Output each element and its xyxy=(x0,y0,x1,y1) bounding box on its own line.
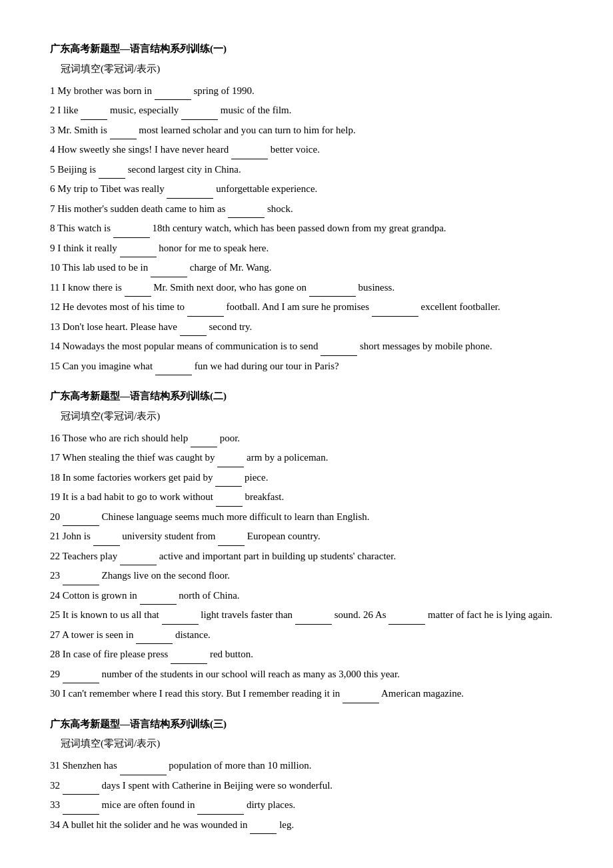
section-3: 广东高考新题型—语言结构系列训练(三) 冠词填空(零冠词/表示) 31 Shen… xyxy=(50,715,563,835)
blank-32 xyxy=(63,784,99,795)
section-1-subtitle: 冠词填空(零冠词/表示) xyxy=(61,60,563,79)
blank-23 xyxy=(63,574,99,585)
item-5: 5 Beijing is second largest city in Chin… xyxy=(50,160,563,179)
page-container: 广东高考新题型—语言结构系列训练(一) 冠词填空(零冠词/表示) 1 My br… xyxy=(50,40,563,834)
blank-33b xyxy=(197,803,244,815)
item-10: 10 This lab used to be in charge of Mr. … xyxy=(50,258,563,277)
blank-5 xyxy=(99,168,125,179)
section-2: 广东高考新题型—语言结构系列训练(二) 冠词填空(零冠词/表示) 16 Thos… xyxy=(50,387,563,703)
item-23: 23 Zhangs live on the second floor. xyxy=(50,566,563,585)
blank-14 xyxy=(320,345,357,356)
blank-12a xyxy=(187,305,224,317)
blank-19 xyxy=(216,495,243,507)
blank-34 xyxy=(250,823,277,835)
section-1: 广东高考新题型—语言结构系列训练(一) 冠词填空(零冠词/表示) 1 My br… xyxy=(50,40,563,375)
blank-16 xyxy=(191,437,217,448)
blank-4 xyxy=(231,148,268,159)
blank-2b xyxy=(181,109,218,120)
blank-13 xyxy=(180,325,207,337)
section-3-subtitle: 冠词填空(零冠词/表示) xyxy=(61,735,563,753)
item-17: 17 When stealing the thief was caught by… xyxy=(50,448,563,467)
item-31: 31 Shenzhen has population of more than … xyxy=(50,756,563,775)
blank-21b xyxy=(218,535,245,546)
blank-24 xyxy=(140,594,177,605)
item-1: 1 My brother was born in spring of 1990. xyxy=(50,81,563,101)
item-7: 7 His mother's sudden death came to him … xyxy=(50,199,563,219)
item-6: 6 My trip to Tibet was really unforgetta… xyxy=(50,179,563,199)
blank-26 xyxy=(388,613,425,625)
blank-33a xyxy=(63,803,99,815)
item-11: 11 I know there is Mr. Smith next door, … xyxy=(50,278,563,297)
blank-29 xyxy=(63,673,99,684)
blank-3 xyxy=(110,129,137,140)
blank-7 xyxy=(228,207,265,219)
blank-15 xyxy=(155,365,192,376)
item-34: 34 A bullet hit the solider and he was w… xyxy=(50,815,563,835)
section-2-subtitle: 冠词填空(零冠词/表示) xyxy=(61,407,563,426)
item-19: 19 It is a bad habit to go to work witho… xyxy=(50,487,563,507)
blank-18 xyxy=(215,476,242,487)
blank-8 xyxy=(113,227,150,238)
item-32: 32 days I spent with Catherine in Beijin… xyxy=(50,776,563,795)
blank-22 xyxy=(120,555,157,566)
item-14: 14 Nowadays the most popular means of co… xyxy=(50,337,563,356)
item-27: 27 A tower is seen in distance. xyxy=(50,625,563,645)
item-15: 15 Can you imagine what fun we had durin… xyxy=(50,357,563,376)
blank-30 xyxy=(342,692,379,703)
item-12: 12 He devotes most of his time to footba… xyxy=(50,297,563,317)
item-24: 24 Cotton is grown in north of China. xyxy=(50,586,563,605)
item-20: 20 Chinese language seems much more diff… xyxy=(50,507,563,527)
blank-1 xyxy=(155,89,191,101)
blank-6 xyxy=(167,187,213,199)
item-22: 22 Teachers play active and important pa… xyxy=(50,547,563,566)
blank-12b xyxy=(372,305,418,317)
item-3: 3 Mr. Smith is most learned scholar and … xyxy=(50,121,563,140)
section-3-title: 广东高考新题型—语言结构系列训练(三) xyxy=(50,715,563,734)
blank-25b xyxy=(295,613,332,625)
item-2: 2 I like music, especially music of the … xyxy=(50,101,563,120)
item-30: 30 I can't remember where I read this st… xyxy=(50,684,563,703)
blank-21a xyxy=(93,535,120,546)
blank-9 xyxy=(120,247,157,258)
item-25: 25 It is known to us all that light trav… xyxy=(50,605,563,625)
blank-17 xyxy=(217,456,244,467)
item-33: 33 mice are often found in dirty places. xyxy=(50,795,563,815)
blank-25a xyxy=(162,613,199,625)
section-2-title: 广东高考新题型—语言结构系列训练(二) xyxy=(50,387,563,406)
item-4: 4 How sweetly she sings! I have never he… xyxy=(50,140,563,159)
item-18: 18 In some factories workers get paid by… xyxy=(50,468,563,487)
item-9: 9 I think it really honor for me to spea… xyxy=(50,239,563,258)
blank-31 xyxy=(120,764,167,775)
item-28: 28 In case of fire please press red butt… xyxy=(50,645,563,664)
blank-27 xyxy=(136,633,173,645)
blank-10 xyxy=(151,266,187,277)
blank-28 xyxy=(171,653,207,664)
blank-2a xyxy=(81,109,107,120)
item-8: 8 This watch is 18th century watch, whic… xyxy=(50,219,563,238)
blank-11a xyxy=(125,286,151,297)
item-13: 13 Don't lose heart. Please have second … xyxy=(50,317,563,337)
item-16: 16 Those who are rich should help poor. xyxy=(50,429,563,448)
section-1-title: 广东高考新题型—语言结构系列训练(一) xyxy=(50,40,563,59)
blank-11b xyxy=(309,286,356,297)
item-21: 21 John is university student from Europ… xyxy=(50,527,563,546)
item-29: 29 number of the students in our school … xyxy=(50,665,563,684)
blank-20 xyxy=(63,515,99,527)
